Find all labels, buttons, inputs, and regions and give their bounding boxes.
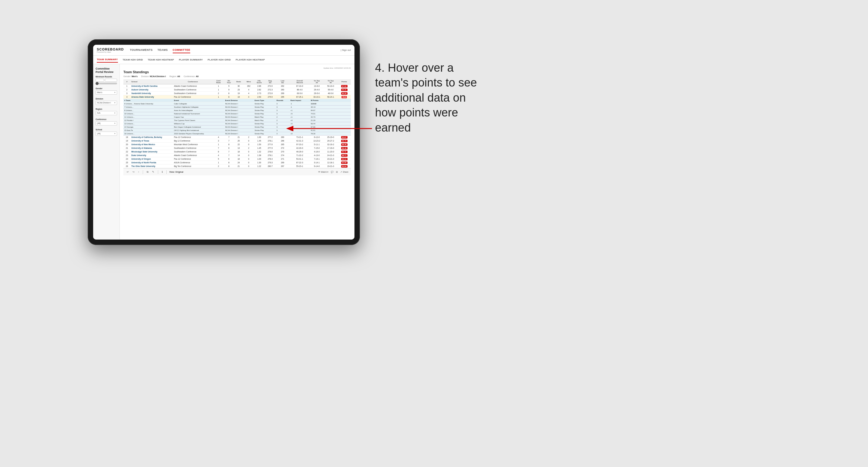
col-adj-score: Adj.Score <box>254 79 265 84</box>
tab-player-h2h-grid[interactable]: PLAYER H2H GRID <box>208 57 231 62</box>
points-badge[interactable]: 97.02 <box>341 85 347 87</box>
tooltip-header-row: # Team Event Event Division Event Type R… <box>123 99 351 102</box>
table-row: 20 University of New Mexico Mountain Wes… <box>123 143 351 146</box>
standings-title: Team Standings <box>123 70 351 74</box>
sidebar-min-rounds-label: Minimum Rounds <box>96 75 117 78</box>
table-row: 26 The Ohio State University Big Ten Con… <box>123 164 351 168</box>
tooltip-data-row: 13 Univers... Williams Cup NCAA Division… <box>123 122 351 126</box>
logo-area: SCOREBOARD Powered by clippi <box>97 48 124 53</box>
chevron-down-icon-4: ▾ <box>114 122 116 125</box>
tablet-device: SCOREBOARD Powered by clippi TOURNAMENTS… <box>88 39 360 245</box>
sidebar-school-value[interactable]: (All) ▾ <box>96 131 117 136</box>
undo-button[interactable]: ↩ <box>126 170 130 174</box>
watch-button[interactable]: 👁 Watch ▾ <box>318 171 329 173</box>
col-vs50: Vs Top50 <box>323 79 338 84</box>
points-badge[interactable]: 88.71 <box>341 154 347 157</box>
sidebar-region-label: Region <box>96 108 117 110</box>
sidebar-min-rounds: Minimum Rounds <box>96 75 117 84</box>
tooltip-data-row: 10 Univers... National Invitational Tour… <box>123 112 351 116</box>
tooltip-data-row: 16 Univers... 2023 Sahalee Players Champ… <box>123 132 351 135</box>
share-button[interactable]: ↗ Share <box>340 171 348 173</box>
points-badge[interactable]: 83.41 <box>341 151 347 153</box>
chevron-down-icon-2: ▾ <box>114 102 116 104</box>
chevron-down-icon-3: ▾ <box>114 112 116 114</box>
tab-player-summary[interactable]: PLAYER SUMMARY <box>179 57 203 62</box>
expand-button[interactable]: ⊞ <box>336 171 338 173</box>
nav-teams[interactable]: TEAMS <box>158 47 168 53</box>
col-rank: # <box>123 79 130 84</box>
sub-navigation: TEAM SUMMARY TEAM H2H GRID TEAM H2H HEAT… <box>93 56 354 64</box>
filter-row: Gender: Men's Division: NCAA Division I … <box>123 75 351 77</box>
col-record: OverallRecord <box>289 79 310 84</box>
tab-team-h2h-heatmap[interactable]: TEAM H2H HEATMAP <box>148 57 174 62</box>
sidebar-gender-label: Gender <box>96 87 117 90</box>
filter-division: Division: NCAA Division I <box>141 75 166 77</box>
sidebar-conference-value[interactable]: (All) ▾ <box>96 121 117 126</box>
table-row: 22 Mississippi State University Southeas… <box>123 150 351 154</box>
prev-button[interactable]: ‹ <box>137 170 140 174</box>
toolbar-separator-3 <box>166 170 167 174</box>
table-row: 25 University of North Florida ASUN Conf… <box>123 161 351 164</box>
copy-button[interactable]: ⧉ <box>146 170 149 174</box>
table-row: 19 University of Texas Big 12 Conference… <box>123 139 351 143</box>
redo-button[interactable]: ↪ <box>131 170 135 174</box>
toolbar-right-actions: 👁 Watch ▾ 💬 ⊞ ↗ Share <box>318 171 348 173</box>
points-badge[interactable]: 88.48 <box>341 147 347 149</box>
tab-team-summary[interactable]: TEAM SUMMARY <box>97 57 118 63</box>
col-conf-rank: ConfRank <box>213 79 224 84</box>
table-row-highlighted: 4 Arizona State University Pac-12 Confer… <box>123 95 351 99</box>
nav-committee[interactable]: COMMITTEE <box>173 47 190 53</box>
tooltip-data-row: 8 Univers... Amer An Intercollegiate NCA… <box>123 109 351 112</box>
tooltip-data-row: 11 Univers... Copper Cup NCAA Division I… <box>123 116 351 119</box>
col-avg-score: Avg.SG <box>265 79 276 84</box>
points-badge[interactable]: 83.89 <box>341 161 347 164</box>
bottom-toolbar: ↩ ↪ ‹ ⧉ ✎ ℹ View: Original 👁 Watch ▾ 💬 ⊞… <box>123 168 351 176</box>
points-badge[interactable]: 88.49 <box>341 143 347 146</box>
points-badge[interactable]: 80.94 <box>341 165 347 167</box>
sidebar-gender: Gender Men's ▾ <box>96 87 117 95</box>
col-vs25: Vs Top25 <box>310 79 323 84</box>
standings-table: # School Conference ConfRank NoTour Rnds… <box>123 79 351 168</box>
points-badge[interactable]: 83.07 <box>341 136 347 138</box>
top-navigation: SCOREBOARD Powered by clippi TOURNAMENTS… <box>93 45 354 56</box>
edit-button[interactable]: ✎ <box>151 170 155 174</box>
col-conference: Conference <box>173 79 213 84</box>
view-label[interactable]: View: Original <box>169 171 184 173</box>
sidebar-division-label: Division <box>96 98 117 100</box>
points-badge[interactable]: 90.20 <box>341 92 347 95</box>
tab-team-h2h-grid[interactable]: TEAM H2H GRID <box>123 57 143 62</box>
info-button[interactable]: ℹ <box>161 170 164 174</box>
table-row: 24 University of Oregon Pac-12 Conferenc… <box>123 157 351 161</box>
sidebar-conference-label: Conference <box>96 118 117 120</box>
sign-out-button[interactable]: | Sign out <box>341 49 351 52</box>
tooltip-data-row: 6 Univers... Arizona State University Ca… <box>123 102 351 105</box>
col-no-tour: NoTour <box>224 79 234 84</box>
tooltip-data-row: 7 Univers... Southern Highlands Collegia… <box>123 105 351 109</box>
table-row: 18 University of California, Berkeley Pa… <box>123 135 351 139</box>
sidebar-school-label: School <box>96 129 117 131</box>
points-badge-highlighted[interactable]: 79.5 <box>341 96 347 98</box>
col-school: School <box>130 79 173 84</box>
tab-player-h2h-heatmap[interactable]: PLAYER H2H HEATMAP <box>236 57 265 62</box>
tablet-screen: SCOREBOARD Powered by clippi TOURNAMENTS… <box>93 45 354 240</box>
points-badge[interactable]: 93.31 <box>341 89 347 91</box>
col-rnds: Rnds <box>234 79 244 84</box>
col-wins: Wins <box>244 79 254 84</box>
filter-gender: Gender: Men's <box>123 75 137 77</box>
table-row: 1 University of North Carolina Atlantic … <box>123 84 351 88</box>
app-logo: SCOREBOARD <box>97 48 124 51</box>
table-row: 3 Vanderbilt University Southeastern Con… <box>123 92 351 95</box>
sidebar-gender-value[interactable]: Men's ▾ <box>96 90 117 95</box>
sidebar-title: CommitteePortal Review <box>96 67 117 74</box>
app-logo-sub: Powered by clippi <box>97 51 124 53</box>
points-badge[interactable]: 88.70 <box>341 140 347 142</box>
chevron-down-icon: ▾ <box>114 91 116 94</box>
points-badge[interactable]: 88.54 <box>341 158 347 160</box>
sidebar-region: Region N/A ▾ <box>96 108 117 115</box>
content-panel: Update time: 13/03/2024 10:03:42 Team St… <box>120 64 354 240</box>
sidebar-region-value[interactable]: N/A ▾ <box>96 111 117 115</box>
comment-button[interactable]: 💬 <box>331 171 334 173</box>
sidebar-panel: CommitteePortal Review Minimum Rounds Ge… <box>93 64 120 240</box>
sidebar-division-value[interactable]: NCAA Division I ▾ <box>96 101 117 105</box>
nav-tournaments[interactable]: TOURNAMENTS <box>130 47 152 53</box>
